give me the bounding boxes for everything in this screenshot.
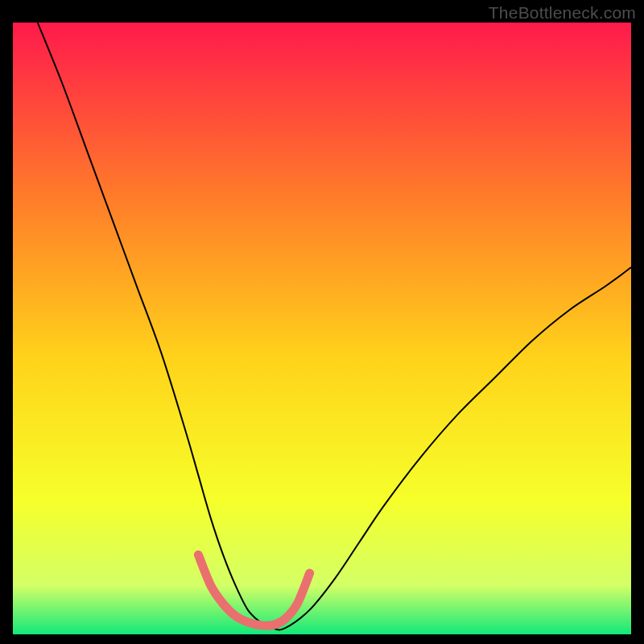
- watermark-text: TheBottleneck.com: [489, 3, 636, 23]
- plot-background: [13, 23, 631, 634]
- bottleneck-chart: [0, 0, 644, 644]
- chart-frame: TheBottleneck.com: [0, 0, 644, 644]
